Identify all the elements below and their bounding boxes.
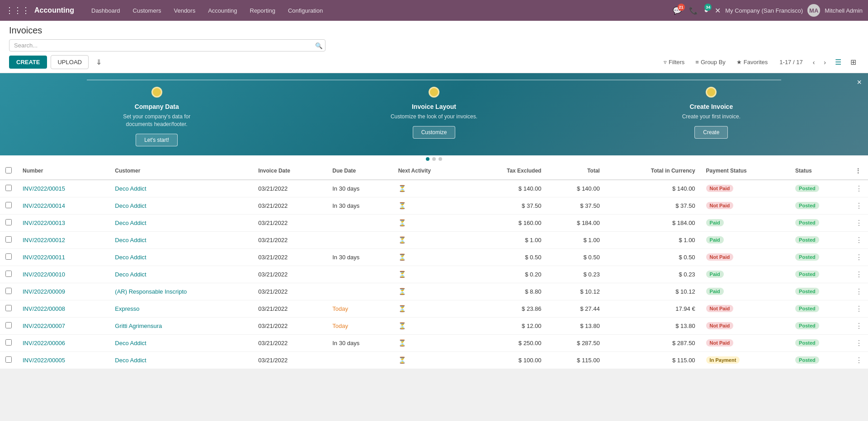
- cell-number[interactable]: INV/2022/00008: [17, 300, 109, 317]
- favorites-button[interactable]: ★ Favorites: [732, 56, 772, 68]
- row-checkbox[interactable]: [5, 322, 12, 328]
- row-checkbox[interactable]: [5, 185, 12, 191]
- cell-number[interactable]: INV/2022/00012: [17, 231, 109, 248]
- row-checkbox[interactable]: [5, 288, 12, 294]
- step-btn-3[interactable]: Create: [694, 126, 728, 139]
- download-button[interactable]: ⇓: [92, 56, 105, 68]
- row-checkbox[interactable]: [5, 236, 12, 243]
- cell-kebab[interactable]: ⋮: [850, 334, 868, 351]
- activity-clock-icon[interactable]: ⏳: [398, 322, 406, 329]
- th-total[interactable]: Total: [547, 163, 605, 180]
- row-checkbox[interactable]: [5, 219, 12, 225]
- cell-kebab[interactable]: ⋮: [850, 248, 868, 266]
- create-button[interactable]: CREATE: [9, 56, 47, 69]
- page-header: Invoices 🔍 CREATE UPLOAD ⇓ ▿ Filters ≡ G…: [0, 21, 868, 73]
- next-page-button[interactable]: ›: [821, 58, 829, 67]
- upload-button[interactable]: UPLOAD: [51, 55, 88, 69]
- cell-number[interactable]: INV/2022/00006: [17, 334, 109, 351]
- avatar[interactable]: MA: [807, 4, 820, 17]
- th-next-activity[interactable]: Next Activity: [393, 163, 468, 180]
- activity-clock-icon[interactable]: ⏳: [398, 202, 406, 209]
- brand-name[interactable]: Accounting: [34, 6, 74, 14]
- filters-button[interactable]: ▿ Filters: [659, 56, 689, 68]
- activity-clock-icon[interactable]: ⏳: [398, 339, 406, 346]
- groupby-icon: ≡: [695, 59, 699, 65]
- cell-customer[interactable]: Deco Addict: [109, 248, 253, 266]
- grid-icon[interactable]: ⋮⋮⋮: [5, 5, 30, 15]
- cell-customer[interactable]: Deco Addict: [109, 214, 253, 231]
- cell-kebab[interactable]: ⋮: [850, 283, 868, 300]
- th-payment-status[interactable]: Payment Status: [701, 163, 790, 180]
- activity-clock-icon[interactable]: ⏳: [398, 253, 406, 261]
- th-total-currency[interactable]: Total in Currency: [605, 163, 701, 180]
- menu-vendors[interactable]: Vendors: [167, 0, 202, 21]
- cell-number[interactable]: INV/2022/00007: [17, 317, 109, 334]
- cell-customer[interactable]: (AR) Responsable Inscripto: [109, 283, 253, 300]
- close-icon[interactable]: ✕: [715, 6, 721, 15]
- cell-customer[interactable]: Deco Addict: [109, 231, 253, 248]
- cell-number[interactable]: INV/2022/00010: [17, 266, 109, 283]
- cell-number[interactable]: INV/2022/00015: [17, 180, 109, 197]
- activity-clock-icon[interactable]: ⏳: [398, 219, 406, 226]
- cell-number[interactable]: INV/2022/00011: [17, 248, 109, 266]
- row-checkbox[interactable]: [5, 356, 12, 363]
- cell-number[interactable]: INV/2022/00009: [17, 283, 109, 300]
- cell-customer[interactable]: Deco Addict: [109, 351, 253, 369]
- th-customer[interactable]: Customer: [109, 163, 253, 180]
- activity-clock-icon[interactable]: ⏳: [398, 356, 406, 364]
- menu-configuration[interactable]: Configuration: [282, 0, 329, 21]
- cell-customer[interactable]: Deco Addict: [109, 180, 253, 197]
- cell-customer[interactable]: Gritti Agrimensura: [109, 317, 253, 334]
- row-checkbox[interactable]: [5, 339, 12, 346]
- search-input[interactable]: [9, 39, 326, 51]
- cell-customer[interactable]: Deco Addict: [109, 266, 253, 283]
- cell-kebab[interactable]: ⋮: [850, 231, 868, 248]
- company-name[interactable]: My Company (San Francisco): [725, 7, 803, 14]
- step-btn-1[interactable]: Let's start!: [136, 134, 178, 146]
- cell-kebab[interactable]: ⋮: [850, 197, 868, 214]
- cell-customer[interactable]: Deco Addict: [109, 334, 253, 351]
- th-due-date[interactable]: Due Date: [327, 163, 392, 180]
- menu-reporting[interactable]: Reporting: [244, 0, 282, 21]
- cell-number[interactable]: INV/2022/00013: [17, 214, 109, 231]
- activity-clock-icon[interactable]: ⏳: [398, 305, 406, 312]
- select-all-checkbox[interactable]: [5, 167, 12, 173]
- onboarding-close-button[interactable]: ×: [857, 78, 862, 87]
- prev-page-button[interactable]: ‹: [810, 58, 818, 67]
- cell-kebab[interactable]: ⋮: [850, 180, 868, 197]
- row-checkbox[interactable]: [5, 271, 12, 277]
- cell-customer[interactable]: Expresso: [109, 300, 253, 317]
- th-invoice-date[interactable]: Invoice Date: [253, 163, 327, 180]
- cell-status: Posted: [790, 283, 850, 300]
- activity-clock-icon[interactable]: ⏳: [398, 271, 406, 278]
- notifications-icon[interactable]: 💬 21: [673, 6, 682, 15]
- step-btn-2[interactable]: Customize: [413, 126, 456, 139]
- th-number[interactable]: Number: [17, 163, 109, 180]
- row-checkbox[interactable]: [5, 253, 12, 260]
- activity-clock-icon[interactable]: ⏳: [398, 288, 406, 295]
- cell-kebab[interactable]: ⋮: [850, 317, 868, 334]
- row-checkbox[interactable]: [5, 305, 12, 311]
- menu-customers[interactable]: Customers: [127, 0, 168, 21]
- menu-accounting[interactable]: Accounting: [202, 0, 243, 21]
- cell-kebab[interactable]: ⋮: [850, 266, 868, 283]
- kanban-view-button[interactable]: ⊞: [848, 56, 859, 68]
- activity-clock-icon[interactable]: ⏳: [398, 236, 406, 243]
- cell-kebab[interactable]: ⋮: [850, 300, 868, 317]
- list-view-button[interactable]: ☰: [832, 56, 844, 68]
- row-checkbox[interactable]: [5, 202, 12, 208]
- cell-customer[interactable]: Deco Addict: [109, 197, 253, 214]
- cell-kebab[interactable]: ⋮: [850, 351, 868, 369]
- menu-dashboard[interactable]: Dashboard: [85, 0, 127, 21]
- cell-kebab[interactable]: ⋮: [850, 214, 868, 231]
- groupby-button[interactable]: ≡ Group By: [691, 56, 730, 68]
- cell-number[interactable]: INV/2022/00014: [17, 197, 109, 214]
- th-tax-excluded[interactable]: Tax Excluded: [468, 163, 547, 180]
- activity-clock-icon[interactable]: ⏳: [398, 185, 406, 192]
- search-button[interactable]: 🔍: [315, 42, 323, 49]
- cell-number[interactable]: INV/2022/00005: [17, 351, 109, 369]
- th-status[interactable]: Status: [790, 163, 850, 180]
- phone-icon[interactable]: 📞: [689, 6, 698, 15]
- chat-icon[interactable]: ● 34: [704, 6, 709, 14]
- cell-next-activity: ⏳: [393, 351, 468, 369]
